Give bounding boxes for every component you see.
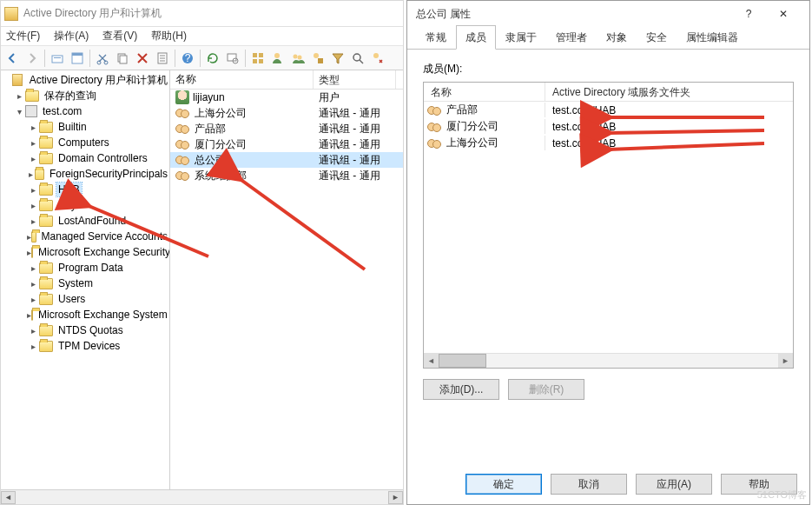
filter-button[interactable] <box>328 49 347 68</box>
list-row[interactable]: 系统维护部通讯组 - 通用 <box>170 168 403 183</box>
icon-button[interactable] <box>248 49 267 68</box>
properties-dialog: 总公司 属性 ? ✕ 常规 成员 隶属于 管理者 对象 安全 属性编辑器 成员(… <box>406 0 810 505</box>
tab-general[interactable]: 常规 <box>416 25 456 49</box>
list-row[interactable]: 上海分公司通讯组 - 通用 <box>170 105 403 121</box>
tree-node[interactable]: ▸Keys <box>1 197 169 213</box>
svg-rect-21 <box>318 58 323 63</box>
tree-panel[interactable]: Active Directory 用户和计算机 ▸保存的查询 ▾test.com… <box>1 70 170 489</box>
help-button[interactable]: ? <box>731 2 766 26</box>
svg-text:?: ? <box>185 52 191 64</box>
find-button[interactable] <box>223 49 242 68</box>
menu-view[interactable]: 查看(V) <box>101 27 139 45</box>
tree-node[interactable]: ▸HAB <box>1 182 169 197</box>
tab-strip: 常规 成员 隶属于 管理者 对象 安全 属性编辑器 <box>407 27 809 50</box>
app-icon <box>4 7 18 21</box>
tree-node[interactable]: ▸ForeignSecurityPrincipals <box>1 166 169 182</box>
mcol-name[interactable]: 名称 <box>424 83 545 101</box>
members-h-scrollbar[interactable]: ◄ ► <box>424 353 793 368</box>
aduc-titlebar: Active Directory 用户和计算机 <box>1 1 403 27</box>
menubar: 文件(F) 操作(A) 查看(V) 帮助(H) <box>1 27 403 46</box>
svg-point-17 <box>274 53 280 58</box>
member-row[interactable]: 厦门分公司test.com/HAB <box>424 118 793 135</box>
tab-memberof[interactable]: 隶属于 <box>496 25 546 49</box>
col-type[interactable]: 类型 <box>314 70 396 89</box>
tree-h-scrollbar[interactable]: ◄ ► <box>1 489 403 504</box>
tree-node[interactable]: ▸Program Data <box>1 260 169 276</box>
list-row[interactable]: 总公司通讯组 - 通用 <box>170 152 403 168</box>
list-row[interactable]: 厦门分公司通讯组 - 通用 <box>170 136 403 152</box>
tree-node[interactable]: ▸System <box>1 276 169 291</box>
col-name[interactable]: 名称 <box>170 70 314 89</box>
svg-rect-7 <box>120 56 127 63</box>
tree-node[interactable]: ▸NTDS Quotas <box>1 322 169 338</box>
tree-node[interactable]: ▸LostAndFound <box>1 213 169 229</box>
aduc-title: Active Directory 用户和计算机 <box>23 6 162 21</box>
scroll-left-icon[interactable]: ◄ <box>424 354 439 368</box>
member-row[interactable]: 上海分公司test.com/HAB <box>424 135 793 151</box>
member-row[interactable]: 产品部test.com/HAB <box>424 102 793 118</box>
scroll-right-icon[interactable]: ► <box>778 354 793 368</box>
tree-node[interactable]: ▸TPM Devices <box>1 338 169 354</box>
menu-action[interactable]: 操作(A) <box>52 27 90 45</box>
tree-node[interactable]: ▸Microsoft Exchange System Objects <box>1 307 169 322</box>
mcol-folder[interactable]: Active Directory 域服务文件夹 <box>545 83 793 101</box>
tree-domain[interactable]: ▾test.com <box>1 103 169 119</box>
tab-managedby[interactable]: 管理者 <box>546 25 597 49</box>
menu-file[interactable]: 文件(F) <box>4 27 42 45</box>
up-button[interactable] <box>48 49 67 68</box>
dialog-title: 总公司 属性 <box>416 7 731 22</box>
delete-button[interactable] <box>133 49 152 68</box>
tab-members[interactable]: 成员 <box>456 25 496 50</box>
members-list[interactable]: 名称 Active Directory 域服务文件夹 产品部test.com/H… <box>423 82 794 369</box>
list-panel[interactable]: 名称 类型 lijiayun用户上海分公司通讯组 - 通用产品部通讯组 - 通用… <box>170 70 403 489</box>
dialog-titlebar: 总公司 属性 ? ✕ <box>407 1 809 27</box>
svg-rect-3 <box>72 53 83 56</box>
list-row[interactable]: 产品部通讯组 - 通用 <box>170 121 403 136</box>
new-ou-button[interactable] <box>308 49 327 68</box>
scroll-right-icon[interactable]: ► <box>388 491 403 504</box>
tree-node[interactable]: ▸Computers <box>1 135 169 150</box>
tree-root[interactable]: Active Directory 用户和计算机 <box>1 72 169 88</box>
tree-node[interactable]: ▸Microsoft Exchange Security Groups <box>1 244 169 260</box>
refresh-button[interactable] <box>203 49 222 68</box>
ok-button[interactable]: 确定 <box>465 474 542 495</box>
props-button[interactable] <box>153 49 172 68</box>
scroll-track[interactable] <box>486 354 778 368</box>
close-button[interactable]: ✕ <box>766 2 801 26</box>
help-button[interactable]: ? <box>178 49 197 68</box>
add-button[interactable]: 添加(D)... <box>423 379 499 400</box>
new-group-button[interactable] <box>288 49 307 68</box>
help-button-footer[interactable]: 帮助 <box>721 474 797 495</box>
tree-node[interactable]: ▸Managed Service Accounts <box>1 229 169 244</box>
svg-point-19 <box>298 55 302 59</box>
remove-button[interactable]: 删除(R) <box>508 379 584 400</box>
more-button[interactable] <box>368 49 387 68</box>
list-row[interactable]: lijiayun用户 <box>170 90 403 105</box>
list-header: 名称 类型 <box>170 70 403 90</box>
tab-attr-editor[interactable]: 属性编辑器 <box>677 25 748 49</box>
svg-rect-14 <box>259 53 263 57</box>
toolbar-divider <box>245 50 246 67</box>
tree-saved-queries[interactable]: ▸保存的查询 <box>1 88 169 103</box>
forward-button[interactable] <box>23 49 42 68</box>
search-button[interactable] <box>348 49 367 68</box>
svg-point-18 <box>294 54 298 58</box>
back-button[interactable] <box>3 49 22 68</box>
tree-node[interactable]: ▸Builtin <box>1 119 169 135</box>
properties-button[interactable] <box>68 49 87 68</box>
apply-button[interactable]: 应用(A) <box>636 474 712 495</box>
menu-help[interactable]: 帮助(H) <box>149 27 188 45</box>
svg-rect-16 <box>259 59 263 63</box>
cancel-button[interactable]: 取消 <box>551 474 627 495</box>
tab-object[interactable]: 对象 <box>597 25 637 49</box>
cut-button[interactable] <box>93 49 112 68</box>
toolbar-divider <box>175 50 175 67</box>
tree-node[interactable]: ▸Users <box>1 291 169 307</box>
tab-security[interactable]: 安全 <box>637 25 677 49</box>
scroll-left-icon[interactable]: ◄ <box>1 491 16 504</box>
scroll-thumb[interactable] <box>439 354 486 368</box>
tree-node[interactable]: ▸Domain Controllers <box>1 150 169 166</box>
copy-button[interactable] <box>113 49 132 68</box>
members-label: 成员(M): <box>423 62 794 76</box>
new-user-button[interactable] <box>268 49 287 68</box>
